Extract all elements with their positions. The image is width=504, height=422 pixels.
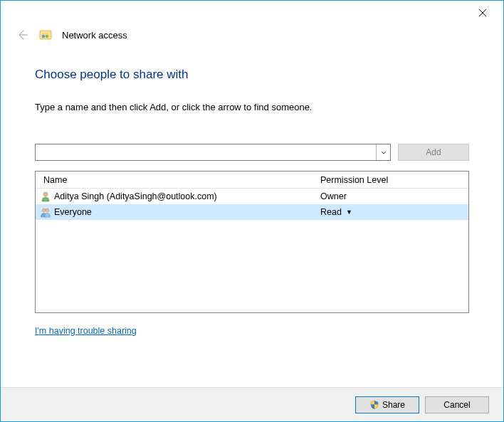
- list-row[interactable]: Aditya Singh (AdityaSingh@outlook.com) O…: [36, 189, 468, 204]
- combobox-dropdown-button[interactable]: [376, 144, 390, 160]
- help-link[interactable]: I'm having trouble sharing: [35, 326, 137, 336]
- svg-point-3: [43, 33, 45, 35]
- svg-point-6: [42, 209, 46, 212]
- close-icon: [478, 9, 487, 17]
- row-name-text: Aditya Singh (AdityaSingh@outlook.com): [54, 191, 217, 201]
- back-arrow-icon: [16, 28, 28, 41]
- permission-dropdown[interactable]: Read ▼: [320, 207, 468, 217]
- share-list: Name Permission Level Aditya Singh (Adit…: [35, 171, 469, 313]
- instruction-text: Type a name and then click Add, or click…: [35, 102, 469, 112]
- back-button[interactable]: [15, 28, 29, 42]
- svg-rect-0: [40, 31, 51, 39]
- list-header: Name Permission Level: [36, 172, 468, 189]
- row-permission-text: Read: [320, 207, 342, 217]
- chevron-down-icon: ▼: [346, 209, 352, 216]
- row-permission-text: Owner: [320, 191, 347, 201]
- name-input[interactable]: [36, 144, 376, 160]
- column-header-name[interactable]: Name: [36, 175, 320, 185]
- network-access-icon: [39, 28, 52, 41]
- svg-point-1: [42, 35, 45, 38]
- add-button[interactable]: Add: [398, 144, 469, 161]
- cancel-button[interactable]: Cancel: [425, 396, 489, 413]
- list-row[interactable]: Everyone Read ▼: [36, 204, 468, 220]
- window-title: Network access: [62, 30, 127, 41]
- svg-point-5: [43, 192, 48, 196]
- chevron-down-icon: [381, 151, 387, 154]
- row-name-text: Everyone: [54, 207, 92, 217]
- user-icon: [40, 191, 51, 202]
- svg-point-2: [46, 35, 48, 38]
- share-button-label: Share: [382, 400, 405, 410]
- close-button[interactable]: [471, 2, 503, 23]
- shield-icon: [369, 400, 379, 410]
- group-icon: [40, 206, 51, 218]
- svg-point-7: [46, 209, 49, 212]
- name-combobox[interactable]: [35, 144, 391, 161]
- column-header-permission[interactable]: Permission Level: [320, 175, 468, 185]
- share-button[interactable]: Share: [355, 396, 419, 413]
- svg-point-4: [46, 33, 48, 35]
- page-heading: Choose people to share with: [35, 68, 469, 82]
